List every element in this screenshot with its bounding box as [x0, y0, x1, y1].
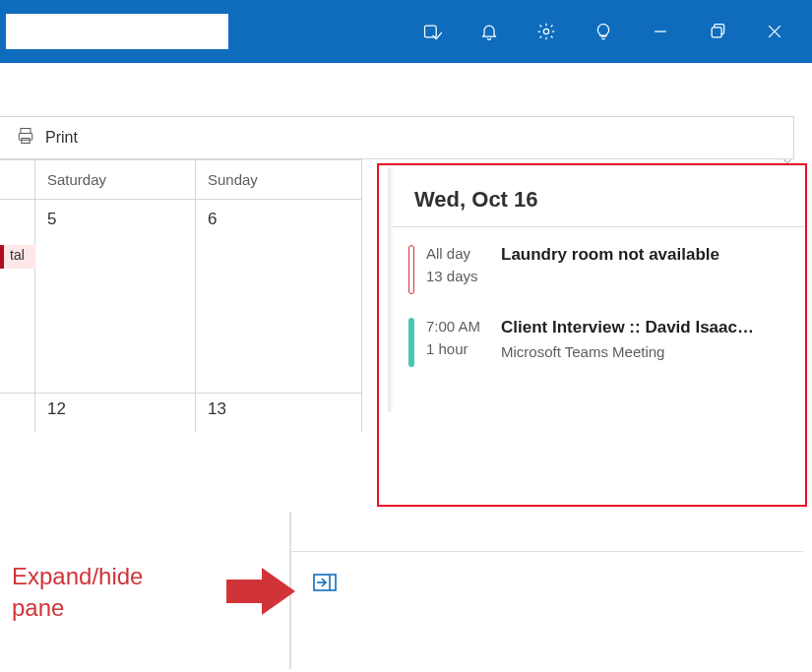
event-color-bar [408, 318, 414, 367]
event-row-allday[interactable]: All day 13 days Laundry room not availab… [379, 227, 805, 300]
event-color-bar [408, 245, 414, 294]
maximize-icon[interactable] [708, 22, 727, 41]
annotation-block: Expand/hide pane [0, 512, 812, 669]
calendar-cell-sat-12[interactable]: 12 [35, 393, 196, 432]
event-row-7am[interactable]: 7:00 AM 1 hour Client Interview :: David… [379, 300, 805, 373]
toolbar: Print [0, 116, 794, 159]
event-title: Laundry room not available [501, 245, 719, 265]
title-bar [0, 0, 812, 63]
calendar-cell-sun-6[interactable]: 6 [196, 199, 362, 393]
horizontal-divider [291, 551, 803, 552]
svg-rect-8 [22, 139, 30, 144]
annotation-text: Expand/hide pane [12, 561, 143, 625]
event-time: All day [426, 245, 489, 262]
lightbulb-icon[interactable] [593, 22, 613, 41]
calendar-cell-fri[interactable]: tal [0, 199, 35, 393]
minimize-icon[interactable] [651, 22, 670, 41]
print-label: Print [45, 129, 78, 147]
svg-rect-3 [712, 28, 721, 37]
calendar-row-1: tal 5 6 [0, 199, 362, 393]
calendar-grid: Saturday Sunday tal 5 6 12 13 [0, 159, 362, 514]
event-chip[interactable]: tal [0, 245, 35, 269]
svg-rect-0 [425, 26, 437, 37]
calendar-row-2: 12 13 [0, 393, 362, 432]
calendar-header-row: Saturday Sunday [0, 159, 362, 199]
event-title: Client Interview :: David Isaac… [501, 318, 754, 337]
event-duration: 13 days [426, 268, 489, 284]
svg-rect-6 [21, 129, 31, 134]
arrow-icon [226, 568, 295, 619]
print-icon [16, 126, 35, 150]
calendar-cell-fri-2[interactable] [0, 393, 35, 432]
calendar-header-sun: Sunday [196, 159, 362, 199]
expand-pane-button[interactable] [313, 574, 337, 595]
calendar-cell-sat-5[interactable]: 5 [35, 199, 196, 393]
gear-icon[interactable] [536, 22, 556, 41]
panel-date: Wed, Oct 16 [379, 177, 805, 226]
event-time: 7:00 AM [426, 318, 489, 335]
day-detail-panel: Wed, Oct 16 All day 13 days Laundry room… [377, 163, 807, 507]
close-icon[interactable] [765, 22, 784, 41]
event-duration: 1 hour [426, 340, 489, 357]
search-input[interactable] [6, 14, 228, 49]
calendar-cell-sun-13[interactable]: 13 [196, 393, 362, 432]
content-row: Saturday Sunday tal 5 6 12 13 Wed, Oct 1… [0, 159, 812, 514]
event-subtitle: Microsoft Teams Meeting [501, 343, 754, 360]
ribbon-spacer [0, 63, 812, 116]
calendar-header-fri [0, 159, 35, 199]
bell-icon[interactable] [479, 22, 499, 41]
titlebar-icons [422, 22, 812, 41]
calendar-header-sat: Saturday [35, 159, 196, 199]
print-button[interactable]: Print [16, 126, 78, 150]
svg-point-1 [543, 29, 548, 33]
todo-icon[interactable] [422, 22, 442, 41]
